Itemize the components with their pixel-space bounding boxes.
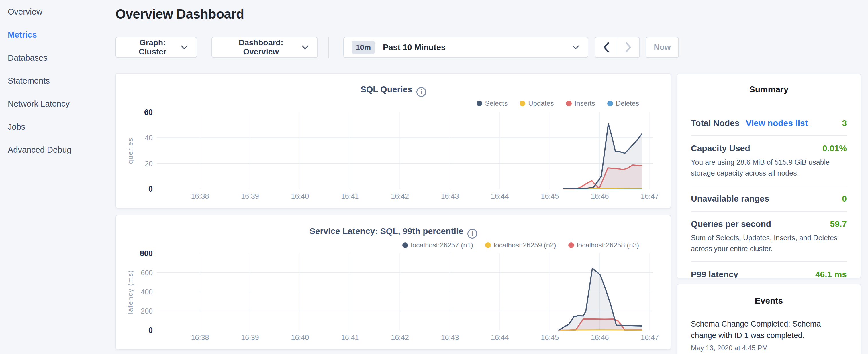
info-icon[interactable]: i bbox=[416, 87, 426, 97]
sidebar-item-metrics[interactable]: Metrics bbox=[8, 29, 37, 40]
dashboard-dropdown-label: Dashboard: Overview bbox=[221, 38, 302, 57]
y-tick-label: 400 bbox=[141, 288, 153, 296]
x-tick-label: 16:46 bbox=[591, 192, 609, 200]
chart-title: SQL Queries bbox=[361, 85, 412, 94]
legend-dot bbox=[485, 242, 491, 248]
x-tick-label: 16:47 bbox=[641, 333, 659, 342]
event-item[interactable]: Schema Change Completed: Schema change w… bbox=[691, 318, 847, 352]
sidebar-item-statements[interactable]: Statements bbox=[8, 75, 50, 87]
x-tick-label: 16:45 bbox=[541, 192, 559, 200]
legend-item: localhost:26257 (n1) bbox=[402, 241, 473, 249]
time-window-badge: 10m bbox=[352, 41, 375, 54]
summary-row-total-nodes: Total Nodes View nodes list 3 bbox=[691, 111, 847, 135]
summary-row-value: 46.1 ms bbox=[815, 269, 847, 279]
chart-legend: localhost:26257 (n1)localhost:26259 (n2)… bbox=[402, 241, 639, 249]
controls-divider bbox=[329, 37, 329, 58]
y-tick-label: 200 bbox=[141, 307, 153, 315]
x-tick-label: 16:46 bbox=[591, 333, 609, 342]
dashboard-dropdown[interactable]: Dashboard: Overview bbox=[212, 37, 318, 58]
x-tick-label: 16:44 bbox=[491, 192, 509, 200]
sidebar-item-network-latency[interactable]: Network Latency bbox=[8, 98, 70, 109]
chart-title-row: SQL Queriesi bbox=[116, 85, 671, 97]
x-tick-label: 16:41 bbox=[341, 192, 359, 200]
info-icon[interactable]: i bbox=[467, 229, 477, 238]
x-tick-label: 16:45 bbox=[541, 333, 559, 342]
x-tick-label: 16:40 bbox=[291, 333, 309, 342]
time-range-selector[interactable]: 10m Past 10 Minutes bbox=[343, 37, 588, 58]
y-tick-label: 0 bbox=[149, 326, 153, 334]
summary-row-label: Total Nodes bbox=[691, 118, 739, 128]
summary-row-value: 59.7 bbox=[830, 219, 847, 229]
x-tick-label: 16:39 bbox=[241, 192, 259, 200]
app-root: { "sidebar": { "items": [ {"label": "Ove… bbox=[0, 0, 868, 354]
x-tick-label: 16:40 bbox=[291, 192, 309, 200]
summary-row-queries-per-second: Queries per second 59.7 Sum of Selects, … bbox=[691, 211, 847, 261]
x-tick-label: 16:38 bbox=[191, 192, 209, 200]
event-text: Schema Change Completed: Schema change w… bbox=[691, 318, 847, 341]
legend-label: Deletes bbox=[616, 99, 639, 107]
y-tick-label: 60 bbox=[144, 108, 153, 117]
sidebar-item-overview[interactable]: Overview bbox=[8, 6, 42, 18]
time-pager bbox=[595, 37, 640, 58]
x-tick-label: 16:42 bbox=[391, 192, 409, 200]
chevron-down-icon bbox=[181, 45, 188, 50]
summary-row-label: Queries per second bbox=[691, 219, 771, 229]
summary-row-description: You are using 28.6 MiB of 515.9 GiB usab… bbox=[691, 157, 847, 179]
sidebar-item-databases[interactable]: Databases bbox=[8, 52, 48, 64]
chart-title-row: Service Latency: SQL, 99th percentilei bbox=[116, 226, 671, 238]
service-latency-chart-card: 16:3816:3916:4016:4116:4216:4316:4416:45… bbox=[116, 215, 671, 350]
legend-dot bbox=[566, 100, 572, 106]
y-tick-label: 600 bbox=[141, 269, 153, 277]
legend-item: localhost:26258 (n3) bbox=[568, 241, 639, 249]
y-tick-label: 20 bbox=[145, 160, 153, 167]
x-tick-label: 16:41 bbox=[341, 333, 359, 342]
legend-label: localhost:26257 (n1) bbox=[411, 241, 473, 249]
chevron-down-icon bbox=[302, 45, 309, 50]
legend-label: localhost:26259 (n2) bbox=[494, 241, 556, 249]
legend-item: Selects bbox=[476, 99, 508, 107]
event-timestamp: May 13, 2020 at 4:45 PM bbox=[691, 344, 847, 352]
summary-row-label: Capacity Used bbox=[691, 143, 750, 153]
x-tick-label: 16:38 bbox=[191, 333, 209, 342]
legend-dot bbox=[520, 100, 525, 106]
legend-item: Deletes bbox=[607, 99, 639, 107]
summary-row-label: P99 latency bbox=[691, 269, 738, 279]
chart-legend: SelectsUpdatesInsertsDeletes bbox=[476, 99, 639, 107]
y-tick-label: 800 bbox=[140, 249, 153, 258]
x-tick-label: 16:43 bbox=[441, 333, 459, 342]
legend-label: Updates bbox=[528, 99, 554, 107]
legend-label: localhost:26258 (n3) bbox=[577, 241, 639, 249]
legend-dot bbox=[607, 100, 613, 106]
chevron-right-icon bbox=[625, 42, 631, 53]
legend-item: localhost:26259 (n2) bbox=[485, 241, 556, 249]
sidebar-item-advanced-debug[interactable]: Advanced Debug bbox=[8, 144, 72, 156]
x-tick-label: 16:47 bbox=[641, 192, 659, 200]
summary-row-value: 3 bbox=[842, 118, 847, 128]
y-axis-label: latency (ms) bbox=[126, 270, 134, 314]
events-panel: Events Schema Change Completed: Schema c… bbox=[677, 284, 861, 354]
time-window-label: Past 10 Minutes bbox=[383, 43, 572, 52]
legend-dot bbox=[402, 242, 408, 248]
page-title: Overview Dashboard bbox=[116, 6, 244, 22]
y-tick-label: 0 bbox=[149, 185, 153, 193]
series-fill-selects bbox=[564, 124, 642, 189]
legend-item: Updates bbox=[520, 99, 554, 107]
time-back-button[interactable] bbox=[595, 37, 617, 57]
summary-row-p99-latency: P99 latency 46.1 ms bbox=[691, 261, 847, 279]
x-tick-label: 16:39 bbox=[241, 333, 259, 342]
graph-dropdown[interactable]: Graph: Cluster bbox=[116, 37, 197, 58]
sidebar-item-jobs[interactable]: Jobs bbox=[8, 121, 25, 133]
time-forward-button[interactable] bbox=[617, 37, 639, 57]
summary-title: Summary bbox=[691, 85, 847, 94]
summary-row-unavailable-ranges: Unavailable ranges 0 bbox=[691, 186, 847, 211]
graph-dropdown-label: Graph: Cluster bbox=[125, 38, 181, 57]
view-nodes-list-link[interactable]: View nodes list bbox=[746, 118, 808, 128]
now-button[interactable]: Now bbox=[646, 37, 679, 58]
legend-dot bbox=[476, 100, 482, 106]
legend-label: Inserts bbox=[575, 99, 595, 107]
sql-queries-chart-card: 16:3816:3916:4016:4116:4216:4316:4416:45… bbox=[116, 73, 671, 208]
sidebar: Overview Metrics Databases Statements Ne… bbox=[0, 0, 115, 354]
summary-panel: Summary Total Nodes View nodes list 3 Ca… bbox=[677, 74, 861, 279]
x-tick-label: 16:43 bbox=[441, 192, 459, 200]
legend-item: Inserts bbox=[566, 99, 595, 107]
